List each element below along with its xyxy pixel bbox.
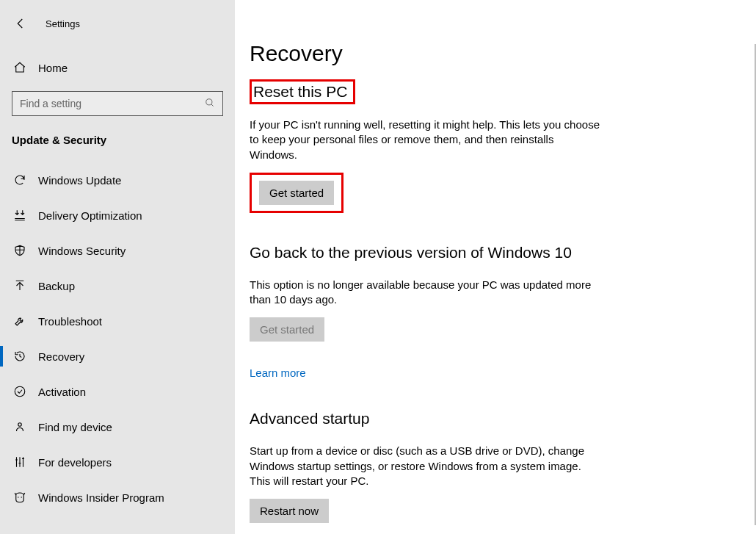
sidebar-item-windows-update[interactable]: Windows Update [0,162,235,198]
sync-icon [13,173,26,187]
sidebar-item-troubleshoot[interactable]: Troubleshoot [0,303,235,339]
back-button[interactable]: Settings [0,6,235,41]
nav-list: Windows Update Delivery Optimization Win… [0,162,235,515]
advanced-startup-description: Start up from a device or disc (such as … [250,444,602,488]
ninja-cat-icon [13,491,26,504]
svg-point-0 [206,98,212,104]
advanced-startup-heading: Advanced startup [250,410,602,427]
upload-arrow-icon [13,279,26,292]
sidebar-item-windows-insider-program[interactable]: Windows Insider Program [0,480,235,515]
search-icon [205,98,215,110]
search-input[interactable] [20,98,205,109]
search-container [12,91,223,116]
get-started-go-back-button: Get started [250,317,324,342]
sidebar-item-backup[interactable]: Backup [0,268,235,303]
get-started-reset-button[interactable]: Get started [259,181,334,205]
sidebar-item-label: Find my device [38,421,112,433]
shield-icon [13,244,26,257]
sidebar-item-label: Windows Security [38,245,126,257]
sidebar-item-label: Windows Update [38,174,121,187]
reset-description: If your PC isn't running well, resetting… [250,118,602,162]
sidebar-item-find-my-device[interactable]: Find my device [0,409,235,444]
sidebar-item-label: Recovery [38,350,84,363]
sidebar-item-label: Windows Insider Program [38,491,164,504]
sidebar-item-label: Delivery Optimization [38,209,142,222]
highlight-reset-button: Get started [250,173,344,213]
home-label: Home [38,62,68,74]
page-title: Recovery [250,41,741,66]
sidebar-item-home[interactable]: Home [0,50,235,85]
section-go-back: Go back to the previous version of Windo… [250,244,602,380]
sidebar-item-delivery-optimization[interactable]: Delivery Optimization [0,198,235,233]
learn-more-link[interactable]: Learn more [250,367,306,379]
svg-point-2 [18,423,22,427]
highlight-reset-heading: Reset this PC [250,79,355,104]
go-back-description: This option is no longer available becau… [250,278,602,308]
home-icon [13,61,26,74]
sidebar-item-label: Backup [38,280,75,292]
search-input-box[interactable] [12,91,223,116]
sidebar-item-recovery[interactable]: Recovery [0,339,235,374]
sidebar-item-label: For developers [38,456,112,469]
sidebar-item-for-developers[interactable]: For developers [0,444,235,480]
back-arrow-icon [13,16,28,31]
wrench-icon [13,314,26,328]
app-title: Settings [46,18,80,29]
go-back-heading: Go back to the previous version of Windo… [250,244,602,261]
sidebar-item-label: Troubleshoot [38,315,102,328]
sidebar: Settings Home Update & Security Windows … [0,0,235,534]
section-reset-this-pc: Reset this PC If your PC isn't running w… [250,79,602,213]
main-content: Recovery Reset this PC If your PC isn't … [235,0,756,534]
sliders-icon [13,455,26,469]
download-batch-icon [13,209,26,222]
section-advanced-startup: Advanced startup Start up from a device … [250,410,602,523]
svg-point-1 [15,386,25,397]
checkmark-circle-icon [13,385,26,398]
restart-now-button[interactable]: Restart now [250,499,329,523]
sidebar-item-windows-security[interactable]: Windows Security [0,233,235,268]
sidebar-item-label: Activation [38,386,86,398]
history-icon [13,350,26,363]
reset-heading: Reset this PC [253,83,347,101]
sidebar-item-activation[interactable]: Activation [0,374,235,409]
location-person-icon [13,420,26,433]
category-heading: Update & Security [0,129,235,156]
